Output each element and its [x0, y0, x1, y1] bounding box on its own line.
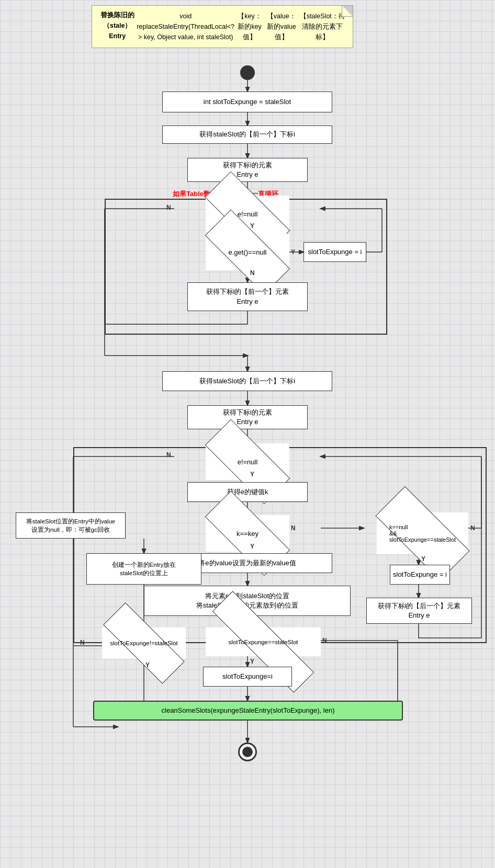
end-circle [238, 743, 257, 761]
node-n6: slotToExpunge = i [303, 242, 366, 262]
diamond-n4: e!=null [206, 196, 289, 232]
node-n1: int slotToExpunge = staleSlot [162, 92, 332, 112]
node-n21: 将staleSlot位置的Entry中的value 设置为null，即：可被gc… [16, 512, 126, 539]
n4-n-label: N [166, 204, 171, 211]
node-n9: 获得下标i的元素 Entry e [187, 405, 308, 429]
note-param-3: 【staleSlot：待清除的元素下标】 [299, 11, 346, 42]
diamond-n23: slotToExpunge!=staleSlot [102, 627, 186, 659]
note-title: 替换陈旧的（stale）Entry [98, 10, 136, 41]
n18-y-label: Y [250, 658, 254, 665]
diagram: 替换陈旧的（stale）Entry void replaceStaleEntry… [0, 0, 495, 868]
n15-y-label: Y [421, 555, 425, 563]
n5-n-label: N [250, 269, 255, 277]
diamond-n5: e.get()==null [206, 234, 289, 270]
node-n2: 获得staleSlot的【前一个】下标i [162, 125, 332, 144]
note-signature: void replaceStaleEntry(ThreadLocal<?> ke… [136, 11, 235, 42]
note-box: 替换陈旧的（stale）Entry void replaceStaleEntry… [92, 5, 353, 48]
node-n16: slotToExpunge = i [390, 565, 450, 585]
n23-y-label: Y [145, 661, 150, 669]
node-n22: 创建一个新的Entry放在 staleSlot的位置上 [86, 553, 201, 585]
diamond-n18: slotToExpunge==staleSlot [206, 627, 321, 656]
diamond-n10: e!=null [206, 443, 289, 480]
diamond-n15: k==null && slotToExpunge==staleSlot [377, 512, 468, 554]
node-n7: 获得下标i的【前一个】元素 Entry e [187, 282, 308, 311]
note-param-1: 【key：新的key值】 [235, 11, 264, 42]
node-n3: 获得下标i的元素 Entry e [187, 158, 308, 182]
node-n20: slotToExpunge=i [203, 667, 292, 687]
diamond-n12: k==key [206, 515, 289, 552]
n15-n-label: N [470, 524, 475, 532]
n5-y-label: Y [291, 248, 295, 256]
node-n8: 获得staleSlot的【后一个】下标i [162, 371, 332, 391]
node-n24: cleanSomeSlots(expungeStaleEntry(slotToE… [93, 701, 403, 721]
node-n17: 获得下标i的【后一个】元素 Entry e [366, 598, 472, 624]
n23-n-label: N [80, 639, 85, 646]
node-n11: 获得e的键值k [187, 482, 308, 502]
n10-n-label: N [166, 451, 171, 459]
n12-n-label: N [291, 524, 296, 532]
n18-n-label: N [322, 637, 327, 644]
note-param-2: 【value：新的value值】 [264, 11, 299, 42]
start-circle [240, 65, 255, 80]
